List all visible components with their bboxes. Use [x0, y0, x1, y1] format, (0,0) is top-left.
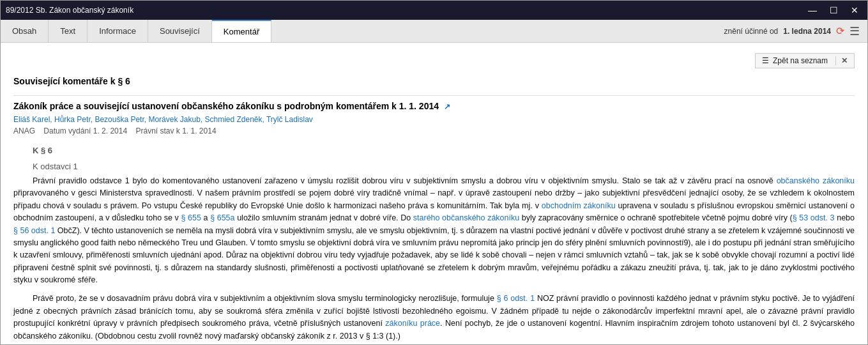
- tab-informace[interactable]: Informace: [88, 20, 148, 42]
- link-53-odst3[interactable]: § 53 odst. 3: [793, 213, 835, 222]
- menu-icon[interactable]: ☰: [849, 24, 860, 38]
- link-655[interactable]: § 655: [181, 213, 201, 222]
- date-value: 1. 2. 2014: [93, 126, 127, 135]
- odst1-heading: K odstavci 1: [33, 162, 855, 171]
- back-button-label: Zpět na seznam: [773, 56, 828, 65]
- titlebar: 89/2012 Sb. Zákon občanský zákoník — ☐ ✕: [1, 1, 867, 20]
- tab-komentar[interactable]: Komentář: [212, 20, 271, 42]
- tabs-container: Obsah Text Informace Související Komentá…: [1, 20, 271, 42]
- window-title: 89/2012 Sb. Zákon občanský zákoník: [6, 6, 804, 15]
- date-label: Datum vydání: [43, 126, 91, 135]
- tab-text[interactable]: Text: [49, 20, 88, 42]
- list-icon: ☰: [762, 56, 769, 65]
- tabbar: Obsah Text Informace Související Komentá…: [1, 20, 867, 43]
- section-heading: Související komentáře k § 6: [13, 76, 855, 86]
- par6-heading: K § 6: [33, 146, 855, 155]
- divider-1: [13, 95, 855, 96]
- tab-obsah[interactable]: Obsah: [1, 20, 49, 42]
- link-obcansky-zakonik-1[interactable]: občanského zákoníku: [777, 176, 855, 185]
- link-655a[interactable]: § 655a: [210, 213, 234, 222]
- link-56-odst1[interactable]: § 56 odst. 1: [13, 226, 55, 235]
- book-authors: Eliáš Karel, Hůrka Petr, Bezouška Petr, …: [13, 115, 855, 124]
- tabbar-right: znění účinné od 1. ledna 2014 ⟳ ☰: [724, 24, 867, 38]
- link-stary-obcz[interactable]: starého občanského zákoníku: [413, 213, 519, 222]
- minimize-button[interactable]: —: [804, 4, 821, 16]
- book-meta: ANAG Datum vydání 1. 2. 2014 Právní stav…: [13, 126, 855, 135]
- zneni-date: 1. ledna 2014: [783, 27, 831, 36]
- legal-label: Právní stav k: [135, 126, 179, 135]
- content-area: ☰ Zpět na seznam ✕ Související komentáře…: [1, 43, 867, 344]
- body-paragraph-2: Právě proto, že se v dosavadním právu do…: [13, 293, 855, 342]
- window-controls: — ☐ ✕: [804, 4, 862, 16]
- main-content: ☰ Zpět na seznam ✕ Související komentáře…: [1, 43, 867, 344]
- book-title: Zákoník práce a související ustanovení o…: [13, 101, 855, 111]
- close-button[interactable]: ✕: [847, 4, 862, 16]
- back-to-list-button[interactable]: ☰ Zpět na seznam ✕: [755, 53, 855, 68]
- body-paragraph-1: Právní pravidlo odstavce 1 bylo do komen…: [13, 175, 855, 286]
- content-topbar: ☰ Zpět na seznam ✕: [13, 53, 855, 68]
- legal-date: 1. 1. 2014: [182, 126, 216, 135]
- maximize-button[interactable]: ☐: [826, 4, 842, 16]
- link-zakonik-prace[interactable]: zákoníku práce: [385, 319, 440, 328]
- book-external-link[interactable]: ↗: [444, 102, 450, 111]
- link-par6-odst1[interactable]: § 6 odst. 1: [497, 294, 535, 303]
- link-obchodni-zakonik[interactable]: obchodním zákoníku: [542, 201, 616, 210]
- publisher: ANAG: [13, 126, 35, 135]
- zneni-label: znění účinné od: [724, 27, 779, 36]
- back-close-icon[interactable]: ✕: [835, 56, 848, 65]
- refresh-icon[interactable]: ⟳: [836, 25, 844, 37]
- tab-souvisejici[interactable]: Související: [148, 20, 212, 42]
